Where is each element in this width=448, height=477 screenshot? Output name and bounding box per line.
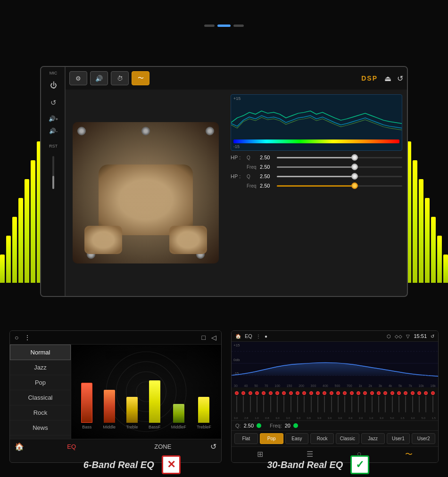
- eq-6band-graph: Bass Middle Treble BassF: [71, 345, 221, 439]
- preset-rock[interactable]: Rock: [10, 405, 71, 420]
- band-col-11[interactable]: [301, 391, 307, 412]
- preset-pop-30[interactable]: Pop: [260, 433, 283, 444]
- preset-news[interactable]: News: [10, 420, 71, 436]
- band-col-9[interactable]: [288, 391, 294, 412]
- band30-sliders-area: [232, 387, 438, 416]
- page-dot-1[interactable]: [204, 25, 215, 27]
- band30-controls: Q: 2.50 Freq: 20: [232, 420, 438, 430]
- hp-label-1: HP :: [231, 155, 244, 160]
- band-col-30[interactable]: [430, 391, 436, 412]
- band-col-21[interactable]: [369, 391, 375, 412]
- band-col-16[interactable]: [335, 391, 341, 412]
- band-col-10[interactable]: [295, 391, 300, 412]
- dsp-toolbar: ⚙ 🔊 ⏱ 〜 DSP ⏏ ↺: [66, 67, 407, 90]
- band-col-18[interactable]: [349, 391, 355, 412]
- freq-value-1: 2.50: [260, 164, 274, 170]
- band-col-20[interactable]: [362, 391, 368, 412]
- menu-icon[interactable]: ⋮: [24, 334, 31, 341]
- band-col-6[interactable]: [268, 391, 274, 412]
- band-col-2[interactable]: [241, 391, 246, 412]
- panel-6band: ○ ⋮ □ ◁ Normal Jazz Pop Classical Rock N…: [9, 330, 222, 463]
- freq-slider-1[interactable]: [277, 166, 402, 168]
- power-icon[interactable]: ⏻: [50, 81, 57, 89]
- band-col-3[interactable]: [248, 391, 253, 412]
- q-slider-1[interactable]: [277, 157, 402, 158]
- square-icon[interactable]: □: [202, 334, 206, 341]
- preset-normal[interactable]: Normal: [10, 345, 71, 360]
- band-col-17[interactable]: [342, 391, 348, 412]
- volume-up-icon[interactable]: 🔊+: [49, 115, 58, 122]
- back-icon-30[interactable]: ↺: [431, 334, 434, 339]
- dsp-panel: MIC ⏻ ↺ 🔊+ 🔊- RST ⚙ 🔊 ⏱ 〜 DSP ⏏ ↺: [40, 66, 408, 297]
- footer-eq-label[interactable]: EQ: [28, 443, 116, 450]
- band30-freq-labels-bot: 3.02.81.00.83.0 3.03.00.83.03.0 3.04.02.…: [232, 416, 438, 420]
- preset-rock-30[interactable]: Rock: [310, 433, 334, 444]
- freq-dot-30[interactable]: [293, 423, 298, 428]
- band-col-13[interactable]: [315, 391, 321, 412]
- page-dot-2[interactable]: [217, 25, 231, 27]
- footer-back-icon[interactable]: ↺: [210, 442, 216, 451]
- q-label-1: Q: [247, 155, 257, 160]
- timer-button[interactable]: ⏱: [111, 71, 129, 85]
- bar-bass: Bass: [81, 383, 92, 429]
- triangle-icon[interactable]: ◁: [211, 334, 216, 341]
- band-col-5[interactable]: [261, 391, 266, 412]
- preset-classic[interactable]: Classic: [336, 433, 359, 444]
- equalizer-button[interactable]: ⚙: [69, 71, 87, 85]
- eq-graph: +15 -15: [231, 94, 402, 151]
- footer-zone-label[interactable]: ZONE: [119, 443, 207, 450]
- volume-track[interactable]: [52, 156, 54, 189]
- band-col-4[interactable]: [254, 391, 260, 412]
- band-col-29[interactable]: [423, 391, 429, 412]
- q-dot-30[interactable]: [257, 423, 261, 428]
- band-col-1[interactable]: [234, 391, 240, 412]
- band30-freq-labels-top: 30405070100 150200300400500 7001k2k3k4k …: [232, 384, 438, 387]
- band-col-27[interactable]: [410, 391, 415, 412]
- eject-icon[interactable]: ⏏: [384, 74, 391, 83]
- q-label-30: Q:: [235, 423, 241, 428]
- band-col-19[interactable]: [356, 391, 361, 412]
- band-col-26[interactable]: [403, 391, 408, 412]
- preset-flat[interactable]: Flat: [234, 433, 258, 444]
- band-col-7[interactable]: [274, 391, 280, 412]
- preset-user2[interactable]: User2: [412, 433, 435, 444]
- q-value-30: 2.50: [244, 423, 254, 428]
- band-col-22[interactable]: [376, 391, 382, 412]
- dots-icon-30[interactable]: ⋮: [256, 334, 261, 339]
- speaker-button[interactable]: 🔊: [90, 71, 108, 85]
- band-col-12[interactable]: [308, 391, 314, 412]
- band-col-28[interactable]: [416, 391, 422, 412]
- band-col-8[interactable]: [281, 391, 287, 412]
- panel-30band-status-right: ⬡ ◇◇ ▽ 15:51 ↺: [387, 333, 434, 339]
- q-slider-2[interactable]: [277, 176, 402, 177]
- band-col-24[interactable]: [390, 391, 395, 412]
- eq-display-area: +15 -15 HP : Q 2.50: [226, 90, 407, 296]
- band-col-25[interactable]: [396, 391, 402, 412]
- footer-home-icon[interactable]: 🏠: [15, 442, 24, 451]
- band-col-23[interactable]: [382, 391, 388, 412]
- eq-label-30: EQ: [245, 333, 252, 339]
- home-icon-30[interactable]: 🏠: [235, 334, 241, 339]
- band-col-15[interactable]: [329, 391, 334, 412]
- label-6band-container: 6-Band Real EQ ✕: [38, 455, 226, 474]
- band-col-14[interactable]: [322, 391, 327, 412]
- preset-pop[interactable]: Pop: [10, 375, 71, 390]
- time-display: 15:51: [414, 333, 427, 339]
- volume-down-icon[interactable]: 🔊-: [49, 128, 58, 134]
- page-dot-3[interactable]: [233, 25, 244, 27]
- back-icon[interactable]: ↺: [50, 99, 57, 107]
- preset-user1[interactable]: User1: [387, 433, 410, 444]
- bluetooth-icon: ⬡: [387, 334, 391, 339]
- nav-back-icon[interactable]: ↺: [397, 74, 403, 83]
- panel-30band-status: 🏠 EQ ⋮ ●: [235, 333, 267, 339]
- freq-label-30: Freq:: [270, 423, 282, 428]
- preset-easy[interactable]: Easy: [285, 433, 309, 444]
- eq-6band-bars: Bass Middle Treble BassF: [71, 345, 221, 439]
- preset-classical[interactable]: Classical: [10, 390, 71, 405]
- title-30band: 30-Band Real EQ: [267, 460, 343, 470]
- preset-jazz[interactable]: Jazz: [10, 360, 71, 375]
- bar-bassf: BassF: [149, 380, 161, 429]
- wave-button[interactable]: 〜: [132, 71, 149, 85]
- freq-slider-2[interactable]: [277, 185, 402, 187]
- preset-jazz-30[interactable]: Jazz: [361, 433, 385, 444]
